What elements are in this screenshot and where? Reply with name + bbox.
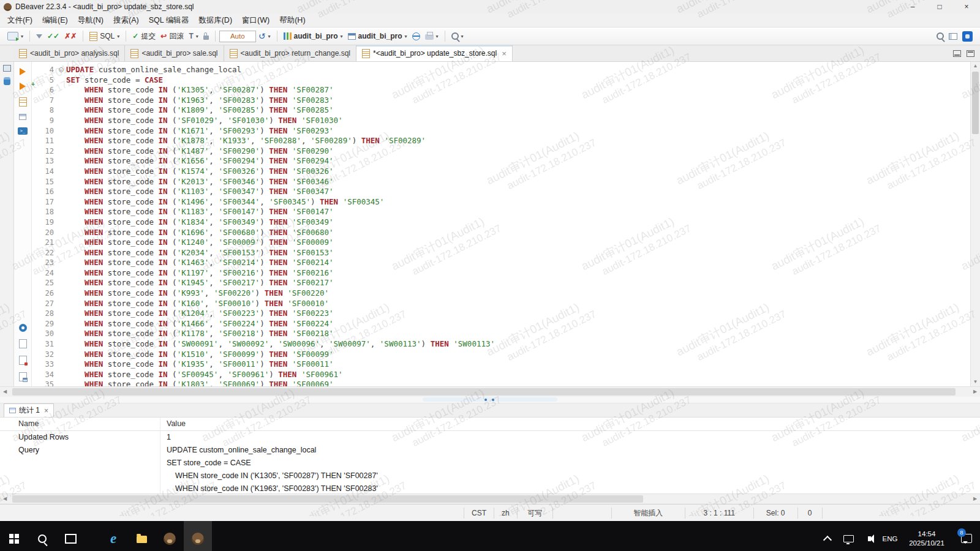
menu-item-3[interactable]: 搜索(A) (108, 14, 144, 27)
line-number: 9 (32, 116, 58, 126)
connect-database-button[interactable]: ▾ (5, 31, 26, 42)
scroll-up-arrow-icon[interactable]: ▲ (971, 62, 980, 70)
maximize-editor-button[interactable] (967, 50, 974, 57)
editor-tab-bar: <audit_bi_pro> analysis.sql<audit_bi_pro… (13, 45, 513, 61)
code-text: WHEN store_code IN ('K1574', 'SF00326') … (66, 167, 334, 177)
column-header-name[interactable]: Name (0, 418, 160, 430)
chevron-down-icon: ▾ (268, 34, 270, 39)
action-center-button[interactable]: 8 (953, 521, 980, 551)
dbeaver-window: DBeaver 22.3.4 - <audit_bi_pro> update_s… (0, 0, 980, 551)
tab-label: <audit_bi_pro> analysis.sql (30, 49, 119, 58)
transaction-auto-mode-select[interactable]: Auto (219, 31, 256, 42)
execute-script-button[interactable] (19, 97, 27, 107)
fold-marker (58, 299, 66, 309)
code-text: SET store_code = CASE (66, 75, 163, 86)
transaction-mode-button[interactable]: T ▾ (186, 31, 200, 42)
toggle-panels-button[interactable] (946, 32, 960, 41)
tab-close-icon[interactable]: × (502, 49, 507, 58)
rollback-icon-button[interactable]: ✗✗ (62, 31, 79, 42)
dbeaver-taskbar-button-1[interactable] (156, 521, 184, 551)
file-explorer-button[interactable] (127, 521, 156, 551)
menu-item-2[interactable]: 导航(N) (73, 14, 108, 27)
code-area[interactable]: 4UPDATE custom_online_sale_change_local5… (32, 62, 970, 386)
globe-button[interactable] (410, 31, 423, 42)
tab-label: *<audit_bi_pro> update_sbz_store.sql (373, 49, 497, 58)
editor-tab-3[interactable]: *<audit_bi_pro> update_sbz_store.sql× (356, 45, 513, 61)
export-result-button[interactable] (19, 339, 27, 348)
rollback-button[interactable]: ↩ 回滚 (158, 30, 186, 43)
export-button[interactable]: ▾ (423, 31, 441, 41)
chevron-down-icon: ▾ (117, 34, 119, 39)
fetch-data-button[interactable] (34, 33, 45, 40)
tray-display-button[interactable] (838, 521, 859, 551)
quick-search-button[interactable] (934, 31, 946, 41)
menu-item-4[interactable]: SQL 编辑器 (144, 14, 194, 27)
statistics-tab[interactable]: 统计 1 × (4, 403, 54, 417)
maximize-button[interactable]: □ (926, 0, 953, 13)
minimize-editor-button[interactable] (953, 50, 961, 57)
stats-row[interactable]: SET store_code = CASE (0, 457, 980, 470)
tray-volume-button[interactable] (859, 521, 880, 551)
editor-vertical-scrollbar[interactable]: ▲ ▼ (970, 62, 980, 386)
scroll-down-arrow-icon[interactable]: ▼ (971, 378, 980, 386)
menu-item-6[interactable]: 窗口(W) (237, 14, 274, 27)
save-script-button[interactable] (19, 356, 27, 365)
task-view-button[interactable] (56, 521, 85, 551)
execute-sql-button[interactable] (20, 68, 26, 75)
menu-item-1[interactable]: 编辑(E) (37, 14, 73, 27)
panel-splitter[interactable] (0, 397, 980, 403)
horizontal-scrollbar-thumb[interactable] (12, 495, 643, 503)
scroll-left-arrow-icon[interactable]: ◀ (0, 494, 10, 504)
menu-item-5[interactable]: 数据库(D) (194, 14, 237, 27)
menu-item-0[interactable]: 文件(F) (2, 14, 37, 27)
vertical-scrollbar-thumb[interactable] (972, 72, 979, 134)
scroll-left-arrow-icon[interactable]: ◀ (0, 387, 10, 397)
statistics-tab-close-icon[interactable]: × (44, 407, 48, 415)
internet-explorer-button[interactable]: e (99, 521, 127, 551)
transaction-log-button[interactable]: ↺ ▾ (256, 31, 273, 42)
editor-settings-button[interactable] (19, 324, 27, 332)
commit-button[interactable]: ✓ 提交 (130, 30, 158, 43)
start-button[interactable] (0, 521, 28, 551)
editor-horizontal-scrollbar[interactable]: ◀ ▶ (0, 386, 980, 397)
line-number: 7 (32, 96, 58, 106)
stats-row[interactable]: Updated Rows1 (0, 431, 980, 444)
open-sql-console-button[interactable]: >_ (18, 127, 28, 135)
explain-plan-button[interactable] (19, 114, 26, 120)
perspective-button[interactable] (960, 30, 975, 43)
minimize-button[interactable]: – (899, 0, 926, 13)
horizontal-scrollbar-thumb[interactable] (12, 388, 956, 395)
database-navigator-icon[interactable] (4, 77, 10, 85)
stats-row[interactable]: WHEN store_code IN ('K1305', 'SF00287') … (0, 470, 980, 482)
sql-dropdown-button[interactable]: SQL ▾ (87, 31, 122, 42)
commit-icon-button[interactable]: ✓✓ (45, 31, 62, 42)
execute-sql-new-tab-button[interactable] (20, 83, 26, 90)
stats-row[interactable]: QueryUPDATE custom_online_sale_change_lo… (0, 444, 980, 457)
scroll-right-arrow-icon[interactable]: ▶ (970, 387, 980, 397)
stats-row[interactable]: WHEN store_code IN ('K1963', 'SF00283') … (0, 482, 980, 493)
stats-horizontal-scrollbar[interactable]: ◀ ▶ (0, 493, 980, 504)
fold-marker[interactable] (58, 65, 66, 75)
dbeaver-taskbar-button-2[interactable] (184, 521, 212, 551)
column-header-value[interactable]: Value (160, 418, 980, 430)
tray-expand-button[interactable] (817, 521, 838, 551)
taskbar-search-button[interactable] (28, 521, 56, 551)
editor-tab-2[interactable]: <audit_bi_pro> return_change.sql (224, 45, 356, 61)
taskbar-clock[interactable]: 14:54 2025/10/21 (900, 521, 953, 551)
restore-panel-icon[interactable] (3, 65, 11, 72)
code-text: WHEN store_code IN ('K1466', 'SF00224') … (66, 319, 334, 329)
close-button[interactable]: × (953, 0, 980, 13)
autocommit-lock-button[interactable] (201, 32, 211, 41)
scroll-right-arrow-icon[interactable]: ▶ (970, 494, 980, 504)
connection-selector[interactable]: audit_bi_pro ▾ (281, 31, 345, 42)
menu-item-7[interactable]: 帮助(H) (274, 14, 310, 27)
language-indicator[interactable]: ENG (880, 521, 900, 551)
fold-marker (58, 238, 66, 248)
check-icon: ✓✓ (47, 32, 59, 40)
editor-tab-1[interactable]: <audit_bi_pro> sale.sql (125, 45, 224, 61)
schema-selector[interactable]: audit_bi_pro ▾ (345, 31, 410, 42)
code-text: WHEN store_code IN ('K1803', 'SF00069') … (66, 380, 334, 386)
search-dropdown-button[interactable]: ▾ (449, 31, 466, 41)
editor-tab-0[interactable]: <audit_bi_pro> analysis.sql (13, 45, 125, 61)
open-file-button[interactable] (19, 372, 27, 381)
